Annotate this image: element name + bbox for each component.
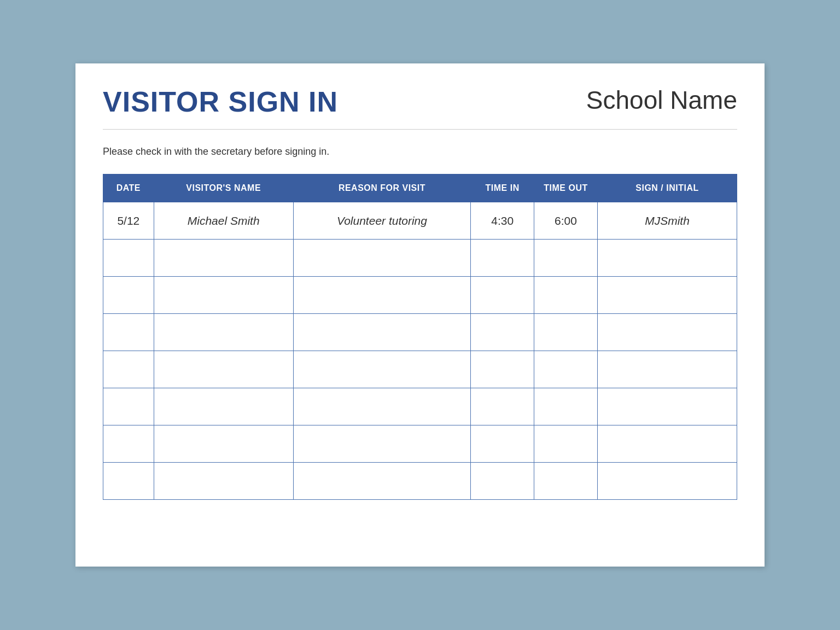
subtitle-text: Please check in with the secretary befor… xyxy=(103,146,737,158)
cell-name xyxy=(154,314,293,351)
cell-timein xyxy=(471,277,534,314)
table-row xyxy=(103,240,737,277)
cell-name xyxy=(154,463,293,500)
cell-reason xyxy=(293,463,471,500)
col-header-name: VISITOR'S NAME xyxy=(154,174,293,202)
cell-sign: MJSmith xyxy=(597,202,737,240)
table-row xyxy=(103,463,737,500)
cell-sign xyxy=(597,240,737,277)
table-row xyxy=(103,425,737,463)
cell-sign xyxy=(597,314,737,351)
header: VISITOR SIGN IN School Name xyxy=(103,85,737,130)
cell-sign xyxy=(597,388,737,425)
cell-reason xyxy=(293,388,471,425)
cell-sign xyxy=(597,425,737,463)
cell-date xyxy=(103,351,154,388)
cell-name xyxy=(154,277,293,314)
cell-timeout xyxy=(534,463,598,500)
cell-timein xyxy=(471,425,534,463)
cell-timein: 4:30 xyxy=(471,202,534,240)
cell-timein xyxy=(471,314,534,351)
col-header-timein: TIME IN xyxy=(471,174,534,202)
table-row: 5/12Michael SmithVolunteer tutoring4:306… xyxy=(103,202,737,240)
sign-in-table: DATE VISITOR'S NAME REASON FOR VISIT TIM… xyxy=(103,174,737,500)
cell-name xyxy=(154,388,293,425)
cell-timeout xyxy=(534,388,598,425)
cell-reason xyxy=(293,351,471,388)
table-body: 5/12Michael SmithVolunteer tutoring4:306… xyxy=(103,202,737,500)
table-header-row: DATE VISITOR'S NAME REASON FOR VISIT TIM… xyxy=(103,174,737,202)
col-header-timeout: TIME OUT xyxy=(534,174,598,202)
cell-date xyxy=(103,277,154,314)
col-header-date: DATE xyxy=(103,174,154,202)
cell-timein xyxy=(471,240,534,277)
page-container: VISITOR SIGN IN School Name Please check… xyxy=(75,63,765,567)
cell-reason: Volunteer tutoring xyxy=(293,202,471,240)
table-row xyxy=(103,314,737,351)
cell-date xyxy=(103,314,154,351)
cell-timeout: 6:00 xyxy=(534,202,598,240)
col-header-sign: SIGN / INITIAL xyxy=(597,174,737,202)
cell-reason xyxy=(293,240,471,277)
cell-date xyxy=(103,425,154,463)
cell-name xyxy=(154,351,293,388)
col-header-reason: REASON FOR VISIT xyxy=(293,174,471,202)
cell-timein xyxy=(471,351,534,388)
cell-reason xyxy=(293,314,471,351)
cell-reason xyxy=(293,277,471,314)
cell-sign xyxy=(597,351,737,388)
school-name: School Name xyxy=(586,85,737,115)
cell-sign xyxy=(597,277,737,314)
table-row xyxy=(103,388,737,425)
cell-date xyxy=(103,240,154,277)
cell-timeout xyxy=(534,351,598,388)
cell-timein xyxy=(471,388,534,425)
cell-date: 5/12 xyxy=(103,202,154,240)
page-title: VISITOR SIGN IN xyxy=(103,85,338,118)
table-row xyxy=(103,351,737,388)
cell-date xyxy=(103,388,154,425)
cell-timein xyxy=(471,463,534,500)
table-row xyxy=(103,277,737,314)
cell-name: Michael Smith xyxy=(154,202,293,240)
cell-timeout xyxy=(534,240,598,277)
cell-timeout xyxy=(534,277,598,314)
cell-date xyxy=(103,463,154,500)
cell-timeout xyxy=(534,425,598,463)
cell-name xyxy=(154,240,293,277)
cell-sign xyxy=(597,463,737,500)
cell-reason xyxy=(293,425,471,463)
cell-timeout xyxy=(534,314,598,351)
cell-name xyxy=(154,425,293,463)
